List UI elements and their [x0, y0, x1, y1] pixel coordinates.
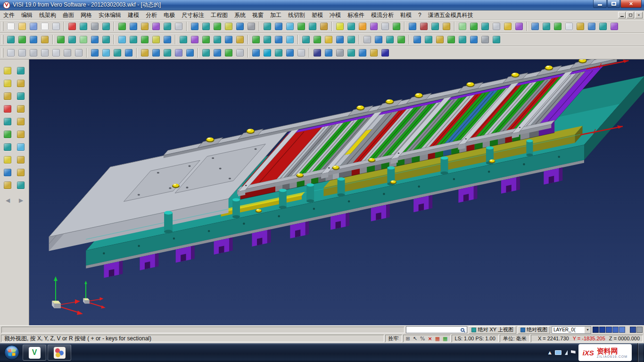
toolbar-icon[interactable]	[434, 34, 446, 45]
toolbar-icon[interactable]	[184, 47, 196, 58]
maximize-button[interactable]	[607, 0, 620, 8]
forward-button[interactable]: ▶	[16, 196, 26, 205]
toolbar-icon[interactable]	[39, 47, 50, 58]
toolbar-icon[interactable]	[150, 34, 162, 45]
toolbar-icon[interactable]	[529, 21, 541, 32]
toolbar-icon[interactable]	[468, 21, 479, 32]
toolbar-icon[interactable]	[100, 21, 112, 32]
toolbar-icon[interactable]	[312, 47, 323, 58]
toolbar-icon[interactable]	[223, 47, 234, 58]
toolbar-icon[interactable]	[78, 21, 89, 32]
toolbar-icon[interactable]	[368, 21, 380, 32]
toolbar-icon[interactable]	[334, 21, 346, 32]
menu-item[interactable]: 潇洒五金模具科技	[425, 10, 477, 20]
toolbar-icon[interactable]	[89, 21, 100, 32]
toolbar-icon[interactable]	[50, 21, 62, 32]
toolbar-icon[interactable]	[479, 34, 491, 45]
toolbar-icon[interactable]	[17, 34, 28, 45]
toolbar-icon[interactable]	[418, 21, 429, 32]
toolbar-icon[interactable]	[212, 21, 223, 32]
toolbar-icon[interactable]	[15, 154, 27, 165]
toolbar-icon[interactable]	[1, 154, 14, 165]
close-button[interactable]: ×	[620, 0, 642, 8]
tray-display-icon[interactable]	[555, 350, 561, 355]
toolbar-icon[interactable]	[200, 47, 212, 58]
layer-color-swatch[interactable]	[636, 327, 643, 333]
search-box[interactable]	[406, 326, 467, 333]
toolbar-icon[interactable]	[250, 47, 262, 58]
toolbar-icon[interactable]	[563, 21, 575, 32]
toolbar-icon[interactable]	[15, 180, 27, 191]
back-button[interactable]: ◀	[3, 196, 13, 205]
toolbar-icon[interactable]	[441, 21, 452, 32]
menu-item[interactable]: 曲面	[59, 10, 77, 20]
toolbar-icon[interactable]	[412, 34, 423, 45]
toolbar-icon[interactable]	[39, 34, 50, 45]
toolbar-icon[interactable]	[296, 21, 307, 32]
toolbar-icon[interactable]	[1, 78, 14, 89]
toolbar-icon[interactable]	[234, 34, 246, 45]
edit-red-icon[interactable]: ▦	[435, 336, 440, 341]
toolbar-icon[interactable]	[300, 34, 312, 45]
toolbar-icon[interactable]	[1, 65, 14, 76]
toolbar-icon[interactable]	[541, 21, 552, 32]
tray-network-icon[interactable]	[565, 350, 568, 355]
toolbar-icon[interactable]	[273, 34, 284, 45]
toolbar-icon[interactable]	[552, 21, 563, 32]
toolbar-icon[interactable]	[39, 21, 50, 32]
minimize-button[interactable]	[593, 0, 607, 8]
doc-close-button[interactable]: ×	[635, 12, 643, 18]
toolbar-icon[interactable]	[150, 47, 162, 58]
toolbar-icon[interactable]	[307, 21, 318, 32]
menu-item[interactable]: 工程图	[207, 10, 231, 20]
toolbar-icon[interactable]	[262, 21, 273, 32]
delete-icon[interactable]: ×	[428, 336, 432, 341]
toolbar-icon[interactable]	[1, 116, 14, 127]
toolbar-icon[interactable]	[62, 47, 73, 58]
menu-item[interactable]: ?	[415, 10, 425, 20]
menu-item[interactable]: 线切割	[285, 10, 308, 20]
toolbar-icon[interactable]	[362, 34, 373, 45]
toolbar-icon[interactable]	[223, 34, 234, 45]
layer-combo[interactable]: LAYER_0( ▾	[552, 326, 591, 334]
toolbar-icon[interactable]	[1, 180, 14, 191]
toolbar-icon[interactable]	[479, 21, 491, 32]
toolbar-icon[interactable]	[28, 34, 39, 45]
doc-restore-button[interactable]	[627, 12, 634, 18]
toolbar-icon[interactable]	[15, 167, 27, 178]
toolbar-icon[interactable]	[334, 34, 346, 45]
toolbar-icon[interactable]	[502, 21, 513, 32]
toolbar-icon[interactable]	[513, 21, 525, 32]
view-xy-button[interactable]: 绝对 XY 上视图	[469, 326, 516, 334]
chevron-down-icon[interactable]: ▾	[585, 327, 591, 333]
toolbar-icon[interactable]	[312, 34, 323, 45]
toolbar-icon[interactable]	[139, 47, 150, 58]
toolbar-icon[interactable]	[323, 34, 334, 45]
toolbar-icon[interactable]	[1, 103, 14, 115]
toolbar-icon[interactable]	[200, 21, 212, 32]
toolbar-icon[interactable]	[246, 21, 257, 32]
toolbar-icon[interactable]	[73, 47, 84, 58]
toolbar-icon[interactable]	[15, 78, 27, 89]
toolbar-icon[interactable]	[609, 21, 620, 32]
toolbar-icon[interactable]	[15, 103, 27, 115]
toolbar-icon[interactable]	[250, 34, 262, 45]
toolbar-icon[interactable]	[128, 21, 139, 32]
toolbar-icon[interactable]	[28, 21, 39, 32]
toolbar-icon[interactable]	[162, 47, 173, 58]
toolbar-icon[interactable]	[1, 129, 14, 140]
toolbar-icon[interactable]	[15, 90, 27, 102]
toolbar-icon[interactable]	[200, 34, 212, 45]
toolbar-icon[interactable]	[150, 21, 162, 32]
toolbar-icon[interactable]	[178, 34, 189, 45]
toolbar-icon[interactable]	[100, 47, 112, 58]
toolbar-icon[interactable]	[234, 21, 246, 32]
toolbar-icon[interactable]	[318, 21, 330, 32]
layer-color-swatch[interactable]	[593, 327, 599, 333]
toolbar-icon[interactable]	[429, 21, 441, 32]
toolbar-icon[interactable]	[5, 34, 17, 45]
start-button[interactable]	[3, 344, 21, 362]
toolbar-icon[interactable]	[380, 47, 391, 58]
menu-item[interactable]: 加工	[267, 10, 285, 20]
toolbar-icon[interactable]	[491, 21, 502, 32]
